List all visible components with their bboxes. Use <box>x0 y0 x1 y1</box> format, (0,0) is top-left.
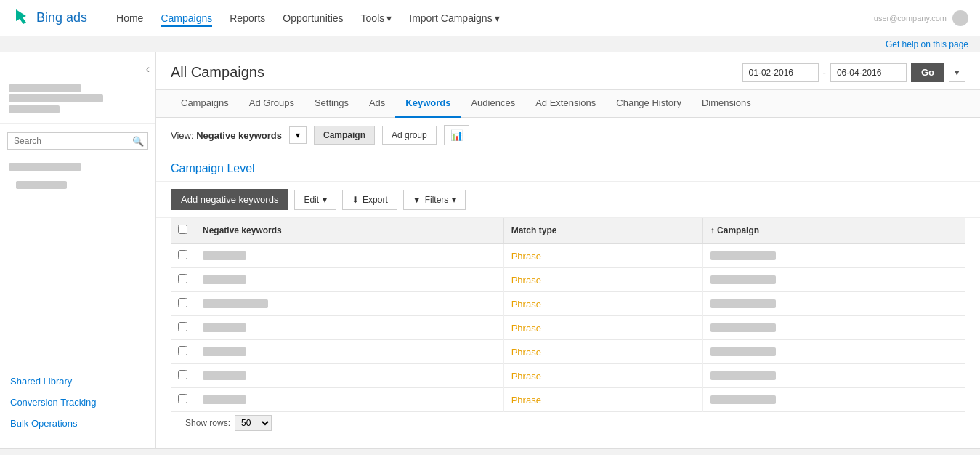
show-rows-select[interactable]: 50 25 100 <box>235 415 272 431</box>
add-negative-keywords-button[interactable]: Add negative keywords <box>171 189 288 210</box>
row-checkbox-5[interactable] <box>178 346 187 355</box>
keyword-cell-6 <box>195 364 504 388</box>
table-row: Phrase <box>171 364 965 388</box>
filter-icon: ▼ <box>413 195 421 205</box>
sort-asc-icon: ↑ <box>710 225 717 235</box>
match-type-cell-2: Phrase <box>503 268 702 292</box>
sidebar-sub-campaign[interactable] <box>0 177 155 195</box>
campaign-blurred-3 <box>710 299 776 308</box>
account-sub1 <box>9 94 147 105</box>
nav-tools-label: Tools <box>361 12 385 24</box>
campaign-cell-7 <box>702 388 965 412</box>
page-title: All Campaigns <box>171 64 264 81</box>
keyword-cell-7 <box>195 388 504 412</box>
row-checkbox-7[interactable] <box>178 394 187 403</box>
keyword-cell-4 <box>195 316 504 340</box>
phrase-link-5[interactable]: Phrase <box>511 347 541 358</box>
nav-import-dropdown[interactable]: Import Campaigns ▾ <box>409 12 499 24</box>
export-icon: ⬇ <box>352 195 359 205</box>
row-checkbox-3[interactable] <box>178 298 187 307</box>
match-type-cell-3: Phrase <box>503 292 702 316</box>
nav-opportunities[interactable]: Opportunities <box>283 9 343 27</box>
date-dropdown-btn[interactable]: ▾ <box>949 63 965 82</box>
user-avatar[interactable] <box>952 10 968 26</box>
sidebar-conversion-tracking[interactable]: Conversion Tracking <box>0 392 155 413</box>
keyword-blurred-4 <box>203 323 246 332</box>
row-check-3 <box>171 292 195 316</box>
table-row: Phrase <box>171 388 965 412</box>
table-row: Phrase <box>171 292 965 316</box>
phrase-link-7[interactable]: Phrase <box>511 395 541 406</box>
phrase-link-4[interactable]: Phrase <box>511 323 541 334</box>
row-check-2 <box>171 268 195 292</box>
table-row: Phrase <box>171 340 965 364</box>
export-button[interactable]: ⬇ Export <box>342 190 397 210</box>
tab-settings[interactable]: Settings <box>304 90 359 118</box>
search-icon[interactable]: 🔍 <box>132 135 144 146</box>
keyword-blurred-3 <box>203 299 268 308</box>
logo-text: Bing ads <box>36 10 87 25</box>
tab-adgroups[interactable]: Ad Groups <box>239 90 304 118</box>
nav-tools-dropdown[interactable]: Tools ▾ <box>361 12 392 24</box>
help-link[interactable]: Get help on this page <box>886 39 968 49</box>
tab-ads[interactable]: Ads <box>359 90 395 118</box>
date-to-input[interactable] <box>830 63 907 82</box>
sidebar-bottom: Shared Library Conversion Tracking Bulk … <box>0 363 155 441</box>
campaigns-blurred <box>9 163 81 171</box>
bing-logo-icon <box>12 8 32 28</box>
tab-ad-extensions[interactable]: Ad Extensions <box>525 90 606 118</box>
campaign-cell-2 <box>702 268 965 292</box>
table-row: Phrase <box>171 243 965 268</box>
top-nav: Bing ads Home Campaigns Reports Opportun… <box>0 0 980 36</box>
user-email: user@company.com <box>874 14 947 23</box>
tab-audiences[interactable]: Audiences <box>461 90 525 118</box>
sidebar-bulk-operations[interactable]: Bulk Operations <box>0 413 155 434</box>
search-input[interactable] <box>7 132 148 150</box>
campaign-cell-1 <box>702 243 965 268</box>
view-adgroup-btn[interactable]: Ad group <box>382 126 437 145</box>
view-dropdown-btn[interactable]: ▾ <box>289 126 307 144</box>
tab-campaigns[interactable]: Campaigns <box>171 90 239 118</box>
sidebar-item-all-campaigns[interactable] <box>0 158 155 177</box>
logo: Bing ads <box>12 8 87 28</box>
go-button[interactable]: Go <box>911 63 944 82</box>
match-type-cell-5: Phrase <box>503 340 702 364</box>
tab-dimensions[interactable]: Dimensions <box>692 90 761 118</box>
row-checkbox-4[interactable] <box>178 322 187 331</box>
col-campaign[interactable]: ↑ Campaign <box>702 218 965 243</box>
campaign-cell-6 <box>702 364 965 388</box>
select-all-checkbox[interactable] <box>178 225 187 234</box>
row-checkbox-6[interactable] <box>178 370 187 379</box>
match-type-cell-6: Phrase <box>503 364 702 388</box>
date-separator: - <box>823 67 826 78</box>
phrase-link-6[interactable]: Phrase <box>511 371 541 382</box>
row-checkbox-1[interactable] <box>178 250 187 259</box>
filters-button[interactable]: ▼ Filters ▾ <box>403 190 466 210</box>
campaign-blurred-5 <box>710 347 776 356</box>
edit-button[interactable]: Edit ▾ <box>294 190 336 210</box>
nav-home[interactable]: Home <box>116 9 143 27</box>
chart-icon-btn[interactable]: 📊 <box>444 125 469 145</box>
toolbar: Add negative keywords Edit ▾ ⬇ Export ▼ … <box>156 182 980 218</box>
export-label: Export <box>363 195 388 205</box>
account-sub2-blurred <box>9 105 60 113</box>
phrase-link-3[interactable]: Phrase <box>511 299 541 310</box>
phrase-link-2[interactable]: Phrase <box>511 275 541 286</box>
tab-change-history[interactable]: Change History <box>606 90 692 118</box>
edit-label: Edit <box>304 195 319 205</box>
sidebar-collapse-btn[interactable]: ‹ <box>0 60 155 78</box>
tab-keywords[interactable]: Keywords <box>395 90 461 118</box>
view-campaign-btn[interactable]: Campaign <box>314 126 375 145</box>
sidebar-search-container: 🔍 <box>0 128 155 154</box>
nav-campaigns[interactable]: Campaigns <box>161 9 212 27</box>
filters-label: Filters <box>425 195 449 205</box>
sidebar-nav <box>0 154 155 363</box>
campaign-cell-4 <box>702 316 965 340</box>
sidebar-shared-library[interactable]: Shared Library <box>0 371 155 392</box>
row-checkbox-2[interactable] <box>178 274 187 283</box>
phrase-link-1[interactable]: Phrase <box>511 251 541 262</box>
nav-reports[interactable]: Reports <box>230 9 265 27</box>
sub-campaign-blurred <box>16 181 67 189</box>
table-row: Phrase <box>171 268 965 292</box>
date-from-input[interactable] <box>742 63 819 82</box>
